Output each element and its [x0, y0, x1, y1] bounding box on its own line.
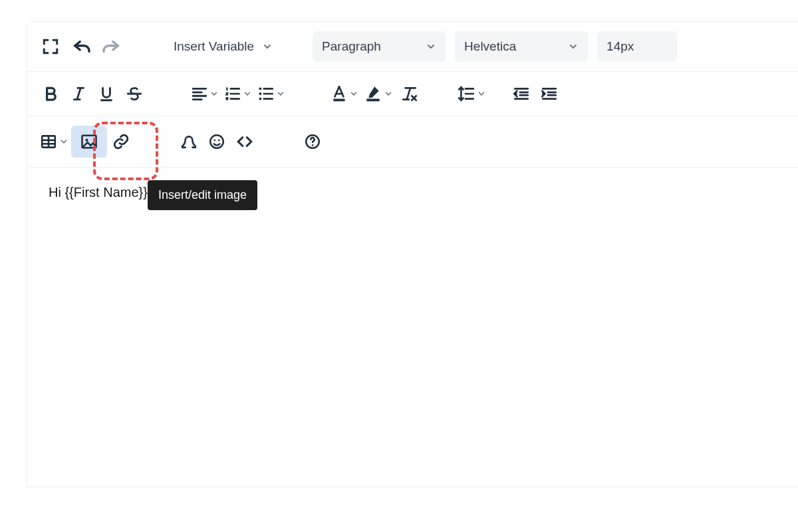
source-code-button[interactable] — [231, 129, 259, 154]
special-char-button[interactable] — [175, 129, 203, 154]
help-icon — [304, 133, 321, 150]
toolbar-row-1: Insert Variable Paragraph Helvetica — [27, 22, 798, 72]
font-family-label: Helvetica — [464, 39, 516, 54]
chevron-down-icon — [426, 41, 436, 52]
svg-rect-3 — [333, 99, 344, 102]
block-format-dropdown[interactable]: Paragraph — [313, 31, 446, 62]
svg-point-10 — [218, 139, 220, 141]
outdent-button[interactable] — [507, 81, 535, 106]
table-icon — [39, 133, 58, 150]
block-format-label: Paragraph — [322, 39, 381, 54]
code-icon — [235, 133, 254, 150]
numbered-list-button[interactable] — [221, 81, 255, 106]
bold-button[interactable] — [37, 81, 65, 106]
chevron-down-icon — [243, 89, 252, 98]
italic-button[interactable] — [65, 81, 92, 106]
clear-format-icon — [400, 85, 419, 102]
emoji-icon — [208, 133, 225, 150]
undo-icon — [72, 38, 92, 55]
table-button[interactable] — [37, 129, 71, 154]
editor-container: Insert Variable Paragraph Helvetica — [27, 21, 798, 487]
text-color-button[interactable] — [328, 81, 361, 106]
link-icon — [112, 133, 130, 150]
tooltip-text: Insert/edit image — [158, 188, 247, 201]
insert-image-button[interactable] — [71, 126, 107, 158]
chevron-down-icon — [349, 89, 358, 98]
line-height-button[interactable] — [454, 81, 489, 106]
insert-image-tooltip: Insert/edit image — [148, 180, 257, 210]
font-size-label: 14px — [606, 39, 634, 54]
fullscreen-icon — [42, 38, 59, 55]
emoji-button[interactable] — [203, 129, 231, 154]
chevron-down-icon — [59, 137, 68, 146]
svg-point-1 — [259, 92, 261, 95]
outdent-icon — [512, 85, 531, 102]
align-button[interactable] — [188, 81, 221, 106]
highlight-button[interactable] — [361, 81, 396, 106]
align-icon — [191, 85, 208, 102]
highlight-icon — [364, 84, 382, 103]
chevron-down-icon — [477, 89, 486, 98]
toolbar-row-2 — [27, 72, 798, 116]
special-char-icon — [180, 133, 198, 150]
redo-icon — [100, 38, 120, 55]
underline-icon — [98, 85, 115, 102]
underline-button[interactable] — [92, 81, 120, 106]
toolbar-row-3 — [27, 116, 798, 168]
svg-point-8 — [210, 135, 223, 148]
font-family-dropdown[interactable]: Helvetica — [455, 31, 588, 62]
chevron-down-icon — [209, 89, 219, 98]
chevron-down-icon — [262, 41, 273, 52]
bullet-list-button[interactable] — [255, 81, 288, 106]
numbered-list-icon — [224, 85, 241, 102]
clear-format-button[interactable] — [396, 81, 424, 106]
chevron-down-icon — [568, 41, 579, 52]
text-color-icon — [331, 84, 348, 103]
image-icon — [79, 132, 99, 151]
italic-icon — [70, 85, 87, 102]
svg-point-7 — [85, 139, 88, 142]
svg-point-12 — [312, 144, 314, 146]
insert-variable-label: Insert Variable — [174, 39, 254, 54]
font-size-dropdown[interactable]: 14px — [597, 31, 677, 62]
insert-variable-dropdown[interactable]: Insert Variable — [164, 31, 282, 62]
body-text: Hi {{First Name}}, — [49, 185, 152, 200]
link-button[interactable] — [107, 129, 135, 154]
svg-point-0 — [259, 87, 261, 90]
bullet-list-icon — [257, 85, 275, 102]
strikethrough-icon — [125, 85, 144, 102]
redo-button[interactable] — [96, 34, 124, 59]
svg-point-9 — [213, 139, 215, 141]
fullscreen-button[interactable] — [37, 34, 65, 59]
indent-button[interactable] — [535, 81, 563, 106]
svg-point-2 — [259, 98, 261, 100]
strikethrough-button[interactable] — [120, 81, 148, 106]
help-button[interactable] — [299, 129, 327, 154]
line-height-icon — [457, 85, 475, 102]
indent-icon — [540, 85, 559, 102]
editor-content[interactable]: Hi {{First Name}}, — [27, 168, 798, 487]
undo-button[interactable] — [68, 34, 96, 59]
svg-rect-4 — [366, 99, 379, 102]
bold-icon — [42, 85, 59, 102]
toolbar: Insert Variable Paragraph Helvetica — [27, 22, 798, 168]
chevron-down-icon — [384, 89, 393, 98]
chevron-down-icon — [276, 89, 285, 98]
